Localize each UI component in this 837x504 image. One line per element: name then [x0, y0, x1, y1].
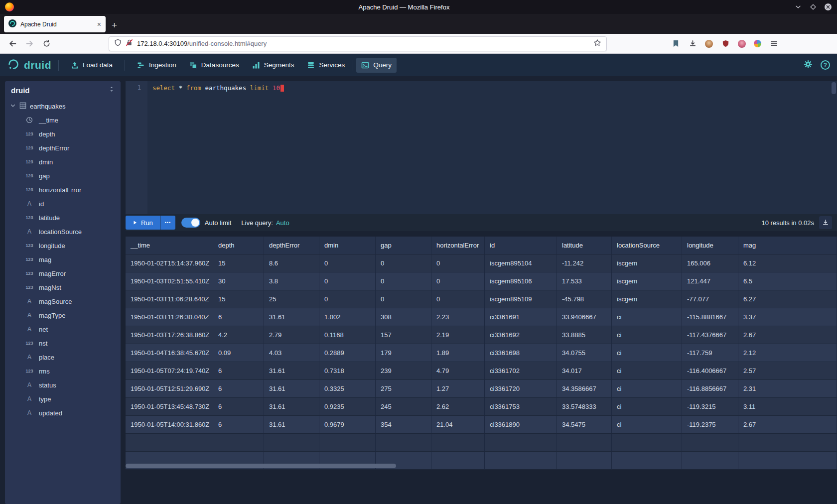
table-cell[interactable]: -119.2375 — [682, 416, 738, 434]
table-cell[interactable]: -117.4376667 — [682, 326, 738, 344]
table-cell[interactable]: 1950-01-03T02:51:55.410Z — [126, 272, 213, 290]
table-cell[interactable]: 0 — [431, 254, 485, 272]
live-query-value[interactable]: Auto — [276, 219, 289, 227]
nav-item-load-data[interactable]: Load data — [66, 58, 118, 73]
table-cell[interactable]: 6 — [213, 380, 264, 398]
nav-item-services[interactable]: Services — [302, 58, 350, 73]
table-cell[interactable]: 0.7318 — [319, 362, 376, 380]
browser-tab[interactable]: Apache Druid × — [4, 16, 106, 32]
table-cell[interactable]: ci — [612, 416, 682, 434]
table-cell[interactable]: 6 — [213, 362, 264, 380]
table-cell[interactable]: 0 — [431, 272, 485, 290]
table-cell[interactable]: 0 — [319, 272, 376, 290]
sql-code-line[interactable]: select * from earthquakes limit 10 — [147, 81, 284, 214]
table-cell[interactable]: iscgem895109 — [485, 290, 557, 308]
table-cell[interactable]: -117.759 — [682, 344, 738, 362]
table-cell[interactable]: 1950-01-04T16:38:45.670Z — [126, 344, 213, 362]
column-header-latitude[interactable]: latitude — [557, 237, 612, 254]
table-cell[interactable]: 31.61 — [264, 362, 319, 380]
forward-icon[interactable] — [22, 36, 37, 51]
table-cell[interactable]: iscgem — [612, 254, 682, 272]
sidebar-column-net[interactable]: Anet — [5, 322, 121, 336]
table-cell[interactable]: 0.9235 — [319, 398, 376, 416]
sidebar-column-longitude[interactable]: 123longitude — [5, 239, 121, 252]
column-header-__time[interactable]: __time — [126, 237, 213, 254]
table-cell[interactable]: 1950-01-03T11:26:30.040Z — [126, 308, 213, 326]
table-cell[interactable]: 1950-01-05T07:24:19.740Z — [126, 362, 213, 380]
bookmark-save-icon[interactable] — [671, 39, 680, 48]
table-cell[interactable]: 17.533 — [557, 272, 612, 290]
help-icon[interactable]: ? — [821, 60, 830, 70]
table-cell[interactable]: 0 — [431, 290, 485, 308]
sidebar-column-updated[interactable]: Aupdated — [5, 406, 121, 420]
table-cell[interactable]: 1950-01-03T11:06:28.640Z — [126, 290, 213, 308]
table-cell[interactable]: 245 — [376, 398, 431, 416]
table-cell[interactable]: 1950-01-05T14:00:31.860Z — [126, 416, 213, 434]
table-cell[interactable]: 0.2889 — [319, 344, 376, 362]
datasource-row-earthquakes[interactable]: earthquakes — [5, 99, 121, 113]
table-cell[interactable]: 2.79 — [264, 326, 319, 344]
table-cell[interactable]: 2.12 — [738, 344, 837, 362]
table-cell[interactable]: ci — [612, 398, 682, 416]
table-cell[interactable]: 2.57 — [738, 362, 837, 380]
sidebar-column-type[interactable]: Atype — [5, 392, 121, 406]
table-cell[interactable]: 4.79 — [431, 362, 485, 380]
insecure-lock-icon[interactable] — [126, 39, 133, 48]
table-cell[interactable]: 6.27 — [738, 290, 837, 308]
auto-limit-toggle[interactable] — [181, 218, 200, 228]
table-cell[interactable]: 6.5 — [738, 272, 837, 290]
bookmark-star-icon[interactable] — [593, 39, 601, 49]
column-header-horizontalError[interactable]: horizontalError — [431, 237, 485, 254]
table-cell[interactable]: 1.27 — [431, 380, 485, 398]
table-cell[interactable]: ci3361720 — [485, 380, 557, 398]
table-cell[interactable]: 4.03 — [264, 344, 319, 362]
table-cell[interactable]: ci — [612, 344, 682, 362]
sidebar-column-magNst[interactable]: 123magNst — [5, 280, 121, 294]
tracking-shield-icon[interactable] — [114, 39, 122, 48]
back-icon[interactable] — [5, 36, 20, 51]
sidebar-column-nst[interactable]: 123nst — [5, 336, 121, 350]
table-cell[interactable]: 34.017 — [557, 362, 612, 380]
table-cell[interactable]: 15 — [213, 254, 264, 272]
sidebar-column-id[interactable]: Aid — [5, 197, 121, 211]
table-cell[interactable]: iscgem895104 — [485, 254, 557, 272]
sidebar-column-locationSource[interactable]: AlocationSource — [5, 225, 121, 239]
run-button[interactable]: Run — [126, 216, 160, 230]
druid-logo[interactable]: druid — [7, 58, 51, 73]
table-cell[interactable]: 4.2 — [213, 326, 264, 344]
sidebar-column-magType[interactable]: AmagType — [5, 308, 121, 322]
table-cell[interactable]: 3.8 — [264, 272, 319, 290]
table-cell[interactable]: 1.002 — [319, 308, 376, 326]
table-cell[interactable]: ci3361691 — [485, 308, 557, 326]
adblock-shield-icon[interactable] — [721, 39, 730, 48]
column-header-locationSource[interactable]: locationSource — [612, 237, 682, 254]
column-header-gap[interactable]: gap — [376, 237, 431, 254]
table-cell[interactable]: 0 — [376, 290, 431, 308]
sidebar-column-magError[interactable]: 123magError — [5, 266, 121, 280]
table-cell[interactable]: ci3361702 — [485, 362, 557, 380]
table-cell[interactable]: 0 — [319, 254, 376, 272]
table-cell[interactable]: 308 — [376, 308, 431, 326]
table-cell[interactable]: 6 — [213, 398, 264, 416]
extension-avatar-icon[interactable] — [705, 40, 713, 48]
table-cell[interactable]: 2.62 — [431, 398, 485, 416]
table-cell[interactable]: 8.6 — [264, 254, 319, 272]
table-cell[interactable]: 34.5475 — [557, 416, 612, 434]
horizontal-scrollbar-thumb[interactable] — [126, 464, 396, 468]
table-cell[interactable]: ci — [612, 362, 682, 380]
table-cell[interactable]: 0.9679 — [319, 416, 376, 434]
nav-item-segments[interactable]: Segments — [247, 58, 299, 73]
table-cell[interactable]: 2.67 — [738, 416, 837, 434]
table-cell[interactable]: 34.3586667 — [557, 380, 612, 398]
table-cell[interactable]: 2.23 — [431, 308, 485, 326]
sidebar-column-dmin[interactable]: 123dmin — [5, 155, 121, 169]
menu-icon[interactable] — [769, 39, 778, 48]
reload-icon[interactable] — [39, 36, 54, 51]
table-cell[interactable]: 6.12 — [738, 254, 837, 272]
table-cell[interactable]: 6 — [213, 308, 264, 326]
sidebar-column-rms[interactable]: 123rms — [5, 364, 121, 378]
table-cell[interactable]: 0.09 — [213, 344, 264, 362]
table-cell[interactable]: 157 — [376, 326, 431, 344]
window-maximize-icon[interactable] — [809, 3, 817, 11]
table-cell[interactable]: 3.11 — [738, 398, 837, 416]
